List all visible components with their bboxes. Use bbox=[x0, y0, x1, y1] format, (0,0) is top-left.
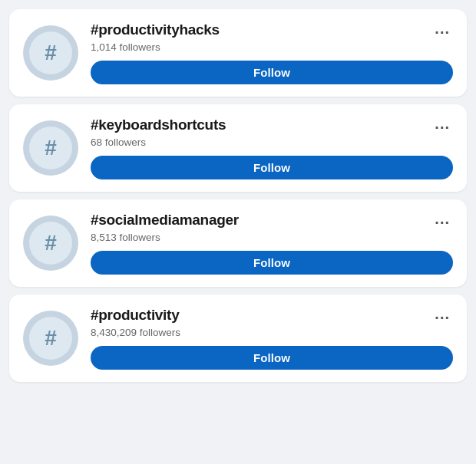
follow-button-socialmediamanager[interactable]: Follow bbox=[91, 251, 453, 275]
hashtag-card-socialmediamanager: # #socialmediamanager 8,513 followers Fo… bbox=[9, 199, 467, 287]
hashtag-followers-socialmediamanager: 8,513 followers bbox=[91, 232, 453, 243]
hashtag-name-keyboardshortcuts: #keyboardshortcuts bbox=[91, 117, 453, 133]
hashtag-followers-keyboardshortcuts: 68 followers bbox=[91, 137, 453, 148]
follow-button-keyboardshortcuts[interactable]: Follow bbox=[91, 156, 453, 179]
more-options-button-socialmediamanager[interactable]: ··· bbox=[430, 212, 455, 233]
more-options-button-productivity[interactable]: ··· bbox=[430, 307, 455, 328]
hashtag-info-productivityhacks: #productivityhacks 1,014 followers Follo… bbox=[91, 21, 453, 84]
hashtag-info-socialmediamanager: #socialmediamanager 8,513 followers Foll… bbox=[91, 212, 453, 275]
hashtag-avatar-productivityhacks: # bbox=[23, 25, 78, 81]
hashtag-icon-productivityhacks: # bbox=[45, 42, 57, 64]
hashtag-info-keyboardshortcuts: #keyboardshortcuts 68 followers Follow bbox=[91, 117, 453, 179]
hashtag-icon-productivity: # bbox=[45, 327, 57, 349]
hashtag-avatar-keyboardshortcuts: # bbox=[23, 120, 78, 176]
hashtag-icon-inner-productivity: # bbox=[29, 317, 72, 360]
hashtag-name-productivity: #productivity bbox=[91, 307, 453, 324]
hashtag-icon-keyboardshortcuts: # bbox=[45, 137, 57, 159]
hashtag-followers-productivityhacks: 1,014 followers bbox=[91, 41, 453, 53]
more-options-button-productivityhacks[interactable]: ··· bbox=[430, 21, 455, 43]
hashtag-icon-inner-productivityhacks: # bbox=[29, 31, 72, 74]
hashtag-card-keyboardshortcuts: # #keyboardshortcuts 68 followers Follow… bbox=[9, 104, 467, 192]
follow-button-productivityhacks[interactable]: Follow bbox=[91, 61, 453, 84]
more-options-button-keyboardshortcuts[interactable]: ··· bbox=[430, 117, 455, 138]
hashtag-avatar-socialmediamanager: # bbox=[23, 216, 78, 271]
follow-button-productivity[interactable]: Follow bbox=[91, 346, 453, 370]
hashtag-card-productivity: # #productivity 8,430,209 followers Foll… bbox=[9, 295, 467, 382]
hashtag-avatar-productivity: # bbox=[23, 311, 78, 366]
hashtag-card-productivityhacks: # #productivityhacks 1,014 followers Fol… bbox=[9, 9, 467, 97]
hashtag-name-socialmediamanager: #socialmediamanager bbox=[91, 212, 453, 229]
hashtag-info-productivity: #productivity 8,430,209 followers Follow bbox=[91, 307, 453, 370]
hashtag-icon-inner-keyboardshortcuts: # bbox=[29, 127, 72, 169]
hashtag-name-productivityhacks: #productivityhacks bbox=[91, 21, 453, 38]
hashtag-icon-socialmediamanager: # bbox=[45, 232, 57, 254]
hashtag-followers-productivity: 8,430,209 followers bbox=[91, 327, 453, 338]
hashtag-icon-inner-socialmediamanager: # bbox=[29, 222, 72, 265]
